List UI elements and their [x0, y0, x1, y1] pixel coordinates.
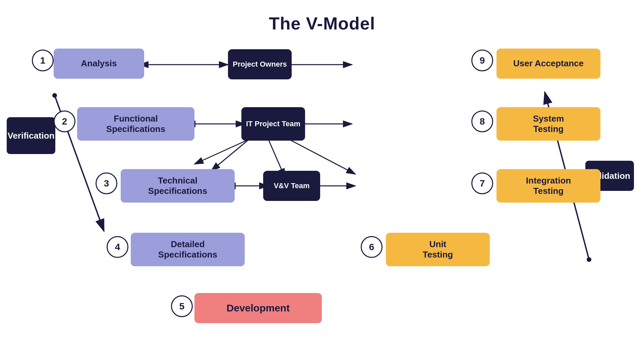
integration-testing-box: Integration Testing [496, 169, 600, 203]
num-4: 4 [107, 236, 128, 258]
detailed-box: Detailed Specifications [131, 233, 245, 266]
user-acceptance-box: User Acceptance [496, 49, 600, 79]
technical-box: Technical Specifications [121, 169, 235, 203]
num-1: 1 [32, 50, 54, 71]
functional-box: Functional Specifications [77, 107, 194, 141]
system-testing-box: System Testing [496, 107, 600, 141]
svg-point-12 [52, 93, 57, 98]
page-title: The V-Model [0, 0, 644, 33]
num-6: 6 [361, 236, 383, 258]
development-box: Development [194, 293, 322, 323]
num-5: 5 [171, 295, 193, 317]
num-3: 3 [96, 172, 117, 194]
unit-testing-box: Unit Testing [386, 233, 490, 266]
page-container: The V-Model [0, 0, 644, 362]
it-project-team-box: IT Project Team [241, 107, 305, 141]
num-9: 9 [471, 50, 493, 71]
svg-line-11 [211, 137, 251, 171]
verification-label: Verification [7, 117, 55, 154]
svg-line-9 [288, 139, 355, 174]
num-7: 7 [471, 172, 493, 194]
analysis-box: Analysis [54, 49, 144, 79]
num-8: 8 [471, 111, 493, 132]
num-2: 2 [54, 111, 75, 132]
svg-line-10 [194, 139, 250, 164]
svg-point-14 [587, 257, 591, 262]
project-owners-box: Project Owners [228, 49, 292, 79]
vv-team-box: V&V Team [263, 171, 320, 201]
